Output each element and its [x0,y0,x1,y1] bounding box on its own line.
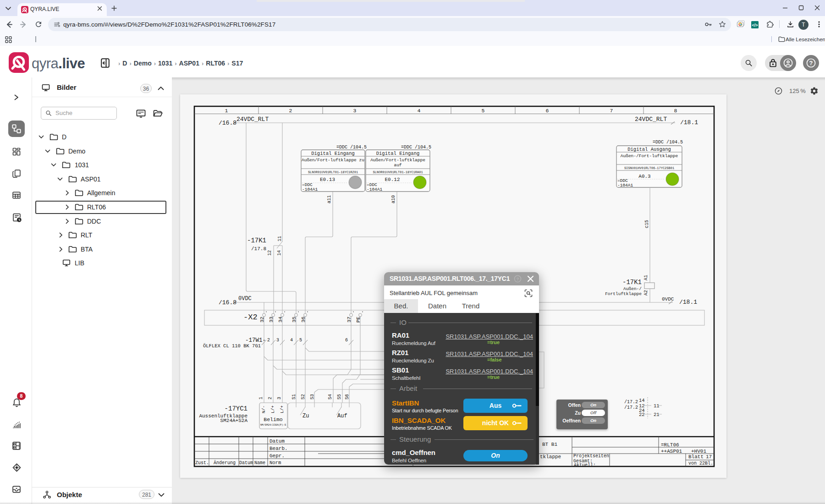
svg-text:Belimo: Belimo [264,416,283,422]
svg-text:-17W1-: -17W1- [245,337,266,344]
svg-text:22: 22 [639,412,645,417]
svg-text:12: 12 [267,250,272,256]
svg-text:auf: auf [394,163,402,168]
svg-text:Aktuell:: Aktuell: [574,463,596,468]
svg-text:=DDC /104.5: =DDC /104.5 [336,145,367,150]
svg-text:17: 17 [706,454,712,460]
svg-text:Bearb.: Bearb. [270,446,288,451]
svg-text:-17YC1: -17YC1 [225,405,248,412]
svg-text:8: 8 [674,108,677,114]
svg-text:BT B1: BT B1 [542,442,557,447]
svg-text:2: 2 [289,108,292,114]
svg-text:35: 35 [292,317,297,323]
svg-text:3: 3 [277,397,282,400]
svg-text:S6: S6 [345,394,350,400]
svg-text:Projektseiten: Projektseiten [573,454,609,459]
svg-text:SISNU01HV01RLT06-17YC2SB01: SISNU01HV01RLT06-17YC2SB01 [624,166,674,170]
svg-text:/17.2: /17.2 [624,405,638,410]
svg-text:6: 6 [345,338,348,343]
svg-text:a10: a10 [391,195,396,203]
svg-text:24VDC_RLT: 24VDC_RLT [635,116,667,123]
svg-text:Datum: Datum [239,460,253,466]
svg-text:ÖLFLEX CL 110 BK 7G1: ÖLFLEX CL 110 BK 7G1 [203,343,261,349]
svg-text:-104A1: -104A1 [302,187,318,192]
svg-text:Zu: Zu [302,413,309,419]
svg-text:SLNOR01UV01RLT01-18YC1RZ01: SLNOR01UV01RLT01-18YC1RZ01 [308,170,358,174]
svg-text:Norm: Norm [270,460,281,466]
svg-text:1: 1 [258,397,264,400]
svg-text:Digital Eingang: Digital Eingang [311,151,355,156]
svg-text:/16.8: /16.8 [219,120,236,126]
svg-text:21: 21 [654,412,660,417]
svg-text:5: 5 [299,338,302,343]
svg-text:2: 2 [268,397,273,400]
svg-text:37: 37 [346,317,352,323]
svg-text:SLNOR01UV01RLT01-18YC1RA01: SLNOR01UV01RLT01-18YC1RA01 [373,170,423,174]
svg-text:/16.8: /16.8 [219,299,236,306]
svg-text:?: ? [517,277,519,281]
svg-text:14: 14 [277,250,282,256]
svg-text:Gepr.: Gepr. [270,453,285,459]
svg-text:Digital Eingang: Digital Eingang [376,151,420,156]
svg-text:Außen/Fort-luftklappe zu: Außen/Fort-luftklappe zu [302,158,364,163]
svg-text:c15: c15 [644,220,649,228]
svg-text:N/-: N/- [261,405,266,413]
svg-text:A1: A1 [644,275,649,280]
svg-text:S1: S1 [292,394,297,400]
svg-text:PE: PE [356,316,361,323]
svg-text:Zust.: Zust. [195,460,209,466]
svg-text:Name: Name [254,460,265,466]
svg-text:-104A1: -104A1 [617,183,633,188]
svg-text:=DDC /104.5: =DDC /104.5 [653,140,683,145]
svg-text:Außen/Fort-luftklappe: Außen/Fort-luftklappe [370,158,425,163]
svg-text:NM/SM24/230A(P)-S: NM/SM24/230A(P)-S [260,423,286,427]
svg-text:3: 3 [276,338,279,343]
svg-text:1: 1 [225,108,228,114]
svg-text:+HV01: +HV01 [691,449,706,454]
svg-text:=DDC /104.5: =DDC /104.5 [401,145,431,150]
svg-text:3: 3 [353,108,357,114]
svg-text:Auf: Auf [337,413,347,419]
svg-text:/17.8: /17.8 [251,246,266,252]
svg-text:/17.2: /17.2 [624,400,638,405]
svg-text:32: 32 [259,317,265,323]
svg-text:5: 5 [482,108,485,114]
svg-text:L/+: L/+ [270,405,275,413]
svg-text:4: 4 [290,338,293,343]
svg-text:Änderung: Änderung [214,460,236,466]
svg-text:24VDC_RLT: 24VDC_RLT [236,116,269,123]
svg-text:S3: S3 [310,394,315,400]
svg-text:-17K1: -17K1 [622,279,642,286]
svg-text:=RLT06: =RLT06 [661,442,679,448]
svg-text:E0.12: E0.12 [385,177,400,182]
svg-text:a11: a11 [327,195,332,203]
svg-text:S4: S4 [328,394,333,400]
svg-text:Digital Ausgang: Digital Ausgang [627,147,671,152]
svg-text:tklappe: tklappe [540,454,561,460]
svg-text:-17K1: -17K1 [247,237,266,244]
svg-text:</>: </> [752,23,758,27]
svg-text:0VDC: 0VDC [662,296,674,302]
svg-text:S2: S2 [301,394,306,400]
svg-text:4: 4 [418,108,421,114]
svg-text:2: 2 [267,338,270,343]
svg-text:11: 11 [654,403,660,409]
svg-text:33: 33 [269,317,274,323]
svg-text:11: 11 [277,236,282,241]
svg-text:36: 36 [301,317,306,323]
svg-text:7: 7 [610,108,613,114]
svg-text:-104A1: -104A1 [367,187,383,192]
svg-text:A0.3: A0.3 [638,174,650,179]
svg-text:Blatt: Blatt [688,454,704,460]
svg-text:14: 14 [639,398,645,403]
svg-text:Außen-/: Außen-/ [623,286,642,291]
svg-text:A2: A2 [644,290,649,296]
svg-text:6: 6 [546,108,549,114]
svg-text:Fortluftklappe: Fortluftklappe [605,291,642,296]
svg-text:-X2: -X2 [243,313,258,322]
svg-text:S5: S5 [337,394,342,400]
svg-text:E0.13: E0.13 [320,177,335,182]
svg-text:++ASP01: ++ASP01 [661,449,682,454]
svg-text:/18.1: /18.1 [679,299,697,306]
svg-text:von 22Bl.: von 22Bl. [688,461,713,466]
